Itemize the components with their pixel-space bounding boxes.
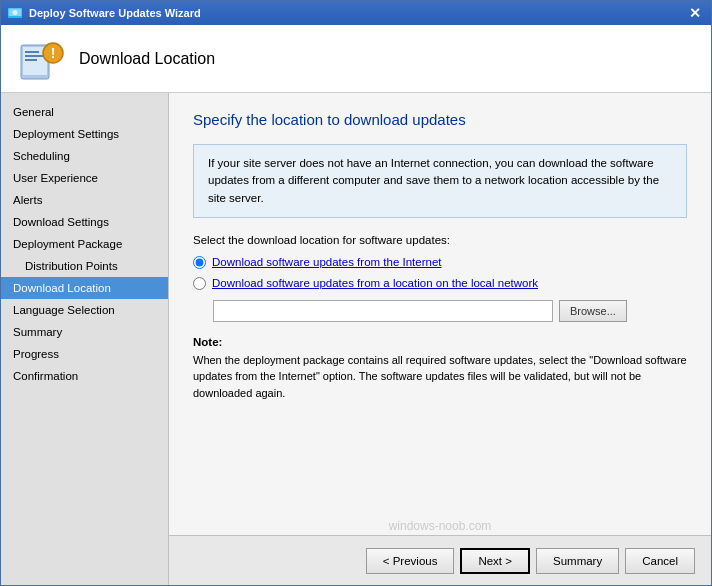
radio-local[interactable] xyxy=(193,277,206,290)
page-title: Specify the location to download updates xyxy=(193,111,687,128)
title-bar: Deploy Software Updates Wizard ✕ xyxy=(1,1,711,25)
note-title: Note: xyxy=(193,336,687,348)
sidebar-item-alerts[interactable]: Alerts xyxy=(1,189,168,211)
title-bar-left: Deploy Software Updates Wizard xyxy=(7,5,201,21)
next-button[interactable]: Next > xyxy=(460,548,530,574)
wizard-header-title: Download Location xyxy=(79,50,215,68)
sidebar-item-download-location[interactable]: Download Location xyxy=(1,277,168,299)
browse-input[interactable] xyxy=(213,300,553,322)
select-label: Select the download location for softwar… xyxy=(193,234,687,246)
title-bar-title: Deploy Software Updates Wizard xyxy=(29,7,201,19)
note-text: When the deployment package contains all… xyxy=(193,352,687,402)
sidebar-item-scheduling[interactable]: Scheduling xyxy=(1,145,168,167)
radio-internet-row[interactable]: Download software updates from the Inter… xyxy=(193,256,687,269)
main-panel: Specify the location to download updates… xyxy=(169,93,711,585)
wizard-body: General Deployment Settings Scheduling U… xyxy=(1,93,711,585)
sidebar-item-deployment-settings[interactable]: Deployment Settings xyxy=(1,123,168,145)
watermark: windows-noob.com xyxy=(169,519,711,535)
radio-internet-label: Download software updates from the Inter… xyxy=(212,256,442,268)
sidebar-item-distribution-points[interactable]: Distribution Points xyxy=(1,255,168,277)
sidebar-item-deployment-package[interactable]: Deployment Package xyxy=(1,233,168,255)
svg-rect-8 xyxy=(25,59,37,61)
note-section: Note: When the deployment package contai… xyxy=(193,336,687,402)
svg-rect-2 xyxy=(8,16,22,18)
summary-button[interactable]: Summary xyxy=(536,548,619,574)
svg-text:!: ! xyxy=(51,45,56,61)
title-bar-icon xyxy=(7,5,23,21)
browse-row: Browse... xyxy=(213,300,687,322)
main-content: Specify the location to download updates… xyxy=(169,93,711,519)
sidebar-item-download-settings[interactable]: Download Settings xyxy=(1,211,168,233)
sidebar-item-progress[interactable]: Progress xyxy=(1,343,168,365)
previous-button[interactable]: < Previous xyxy=(366,548,455,574)
svg-point-3 xyxy=(13,10,18,15)
sidebar-item-language-selection[interactable]: Language Selection xyxy=(1,299,168,321)
svg-rect-6 xyxy=(25,51,39,53)
sidebar: General Deployment Settings Scheduling U… xyxy=(1,93,169,585)
sidebar-item-general[interactable]: General xyxy=(1,101,168,123)
radio-local-label: Download software updates from a locatio… xyxy=(212,277,538,289)
wizard-footer: < Previous Next > Summary Cancel xyxy=(169,535,711,585)
sidebar-item-user-experience[interactable]: User Experience xyxy=(1,167,168,189)
footer-wrapper: windows-noob.com < Previous Next > Summa… xyxy=(169,519,711,585)
wizard-window: Deploy Software Updates Wizard ✕ ! Downl… xyxy=(0,0,712,586)
info-box: If your site server does not have an Int… xyxy=(193,144,687,218)
sidebar-item-summary[interactable]: Summary xyxy=(1,321,168,343)
cancel-button[interactable]: Cancel xyxy=(625,548,695,574)
sidebar-item-confirmation[interactable]: Confirmation xyxy=(1,365,168,387)
browse-button[interactable]: Browse... xyxy=(559,300,627,322)
wizard-header: ! Download Location xyxy=(1,25,711,93)
radio-group: Download software updates from the Inter… xyxy=(193,256,687,290)
wizard-header-icon: ! xyxy=(17,35,65,83)
close-button[interactable]: ✕ xyxy=(685,5,705,21)
radio-internet[interactable] xyxy=(193,256,206,269)
radio-local-row[interactable]: Download software updates from a locatio… xyxy=(193,277,687,290)
svg-rect-7 xyxy=(25,55,43,57)
